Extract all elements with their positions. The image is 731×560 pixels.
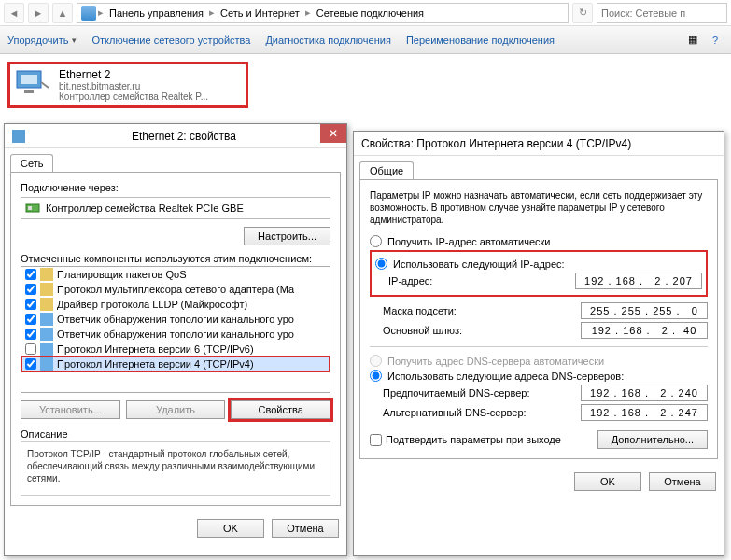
- component-checkbox[interactable]: [25, 299, 36, 310]
- ip-address-input[interactable]: [575, 273, 702, 289]
- cancel-button[interactable]: Отмена: [649, 472, 716, 491]
- component-label: Ответчик обнаружения топологии канальног…: [57, 314, 294, 325]
- component-checkbox[interactable]: [25, 269, 36, 280]
- ip-manual-label: Использовать следующий IP-адрес:: [393, 259, 565, 270]
- dns2-input[interactable]: [581, 404, 708, 421]
- nav-forward-button[interactable]: ►: [28, 3, 49, 23]
- svg-rect-8: [40, 298, 53, 311]
- connect-using-field: Контроллер семейства Realtek PCIe GBE: [21, 197, 330, 219]
- ethernet-properties-dialog: Ethernet 2: свойства ✕ Сеть Подключение …: [4, 123, 347, 556]
- cancel-button[interactable]: Отмена: [272, 519, 339, 538]
- gateway-input[interactable]: [581, 322, 708, 339]
- configure-button[interactable]: Настроить...: [244, 227, 330, 245]
- component-item[interactable]: Планировщик пакетов QoS: [21, 267, 330, 282]
- nav-up-button[interactable]: ▲: [52, 3, 73, 23]
- dns1-label: Предпочитаемый DNS-сервер:: [383, 387, 581, 399]
- component-item[interactable]: Протокол Интернета версии 6 (TCP/IPv6): [21, 342, 330, 357]
- ip-manual-radio[interactable]: [375, 258, 387, 270]
- adapter-device: Контроллер семейства Realtek P...: [59, 91, 208, 102]
- connect-using-label: Подключение через:: [21, 182, 330, 193]
- description-label: Описание: [21, 428, 330, 440]
- ip-auto-radio[interactable]: [370, 235, 382, 247]
- description-text: Протокол TCP/IP - стандартный протокол г…: [21, 441, 330, 496]
- breadcrumb[interactable]: ▸ Панель управления ▸ Сеть и Интернет ▸ …: [77, 3, 569, 23]
- svg-rect-3: [12, 130, 25, 143]
- refresh-button[interactable]: ↻: [572, 3, 593, 23]
- component-checkbox[interactable]: [25, 329, 36, 340]
- rename-button[interactable]: Переименование подключения: [406, 35, 555, 46]
- protocol-icon: [40, 268, 53, 281]
- ok-button[interactable]: OK: [197, 519, 264, 538]
- component-item[interactable]: Драйвер протокола LLDP (Майкрософт): [21, 297, 330, 312]
- subnet-mask-input[interactable]: [581, 302, 708, 319]
- network-icon: [12, 130, 25, 143]
- component-label: Протокол Интернета версии 4 (TCP/IPv4): [57, 358, 254, 370]
- component-checkbox[interactable]: [25, 314, 36, 325]
- protocol-icon: [40, 313, 53, 326]
- component-checkbox[interactable]: [25, 343, 36, 355]
- control-panel-icon: [81, 6, 96, 21]
- component-item[interactable]: Ответчик обнаружения топологии канальног…: [21, 327, 330, 342]
- adapter-name: Ethernet 2: [59, 68, 208, 81]
- breadcrumb-seg-1[interactable]: Сеть и Интернет: [217, 7, 303, 19]
- dns-auto-radio: [370, 355, 382, 367]
- dns-auto-label: Получить адрес DNS-сервера автоматически: [387, 356, 604, 367]
- organize-menu[interactable]: Упорядочить: [7, 35, 77, 46]
- protocol-icon: [40, 298, 53, 311]
- breadcrumb-seg-2[interactable]: Сетевые подключения: [313, 7, 428, 19]
- component-list[interactable]: Планировщик пакетов QoSПротокол мультипл…: [21, 266, 330, 393]
- component-label: Протокол Интернета версии 6 (TCP/IPv6): [57, 343, 254, 355]
- svg-rect-7: [40, 283, 53, 296]
- dialog-title: Свойства: Протокол Интернета версии 4 (T…: [361, 137, 716, 150]
- adapter-item-ethernet2[interactable]: Ethernet 2 bit.nest.bitmaster.ru Контрол…: [7, 62, 248, 108]
- svg-rect-2: [24, 90, 34, 93]
- svg-rect-6: [40, 268, 53, 281]
- subnet-mask-label: Маска подсети:: [383, 305, 581, 316]
- breadcrumb-seg-0[interactable]: Панель управления: [105, 7, 207, 19]
- ipv4-properties-dialog: Свойства: Протокол Интернета версии 4 (T…: [353, 131, 724, 556]
- svg-rect-11: [40, 343, 53, 356]
- help-icon[interactable]: ?: [707, 32, 724, 49]
- remove-button[interactable]: Удалить: [126, 400, 226, 419]
- svg-rect-10: [40, 328, 53, 341]
- disable-device-button[interactable]: Отключение сетевого устройства: [91, 35, 250, 46]
- validate-checkbox[interactable]: [370, 434, 382, 446]
- gateway-label: Основной шлюз:: [383, 325, 581, 336]
- component-label: Драйвер протокола LLDP (Майкрософт): [57, 299, 247, 310]
- dns-manual-label: Использовать следующие адреса DNS-сервер…: [387, 371, 624, 382]
- component-label: Протокол мультиплексора сетевого адаптер…: [57, 284, 294, 295]
- install-button[interactable]: Установить...: [21, 400, 120, 419]
- component-checkbox[interactable]: [25, 284, 36, 295]
- dns2-label: Альтернативный DNS-сервер:: [383, 407, 581, 418]
- component-item[interactable]: Протокол мультиплексора сетевого адаптер…: [21, 282, 330, 297]
- svg-rect-5: [28, 206, 32, 210]
- svg-rect-12: [40, 357, 53, 371]
- tab-network[interactable]: Сеть: [10, 154, 53, 172]
- protocol-icon: [40, 357, 53, 371]
- nic-icon: [25, 202, 40, 215]
- component-label: Ответчик обнаружения топологии канальног…: [57, 329, 294, 340]
- view-options-icon[interactable]: ▦: [684, 32, 701, 49]
- components-label: Отмеченные компоненты используются этим …: [21, 253, 330, 264]
- validate-label: Подтвердить параметры при выходе: [386, 434, 561, 445]
- dns-manual-radio[interactable]: [370, 370, 382, 382]
- connect-using-value: Контроллер семейства Realtek PCIe GBE: [46, 203, 244, 214]
- search-input[interactable]: [597, 3, 727, 23]
- nav-back-button[interactable]: ◄: [4, 3, 24, 23]
- component-item[interactable]: Протокол Интернета версии 4 (TCP/IPv4): [21, 357, 330, 371]
- protocol-icon: [40, 343, 53, 356]
- component-item[interactable]: Ответчик обнаружения топологии канальног…: [21, 312, 330, 327]
- ok-button[interactable]: OK: [574, 472, 641, 491]
- component-checkbox[interactable]: [25, 358, 36, 370]
- ip-auto-label: Получить IP-адрес автоматически: [387, 236, 550, 247]
- component-label: Планировщик пакетов QoS: [57, 269, 187, 280]
- properties-button[interactable]: Свойства: [231, 400, 330, 419]
- diagnose-button[interactable]: Диагностика подключения: [265, 35, 390, 46]
- dns1-input[interactable]: [581, 385, 708, 401]
- advanced-button[interactable]: Дополнительно...: [597, 430, 708, 449]
- network-adapter-icon: [14, 68, 51, 98]
- tab-general[interactable]: Общие: [359, 161, 414, 179]
- close-button[interactable]: ✕: [320, 124, 346, 143]
- svg-rect-9: [40, 313, 53, 326]
- info-text: Параметры IP можно назначать автоматичес…: [370, 189, 708, 226]
